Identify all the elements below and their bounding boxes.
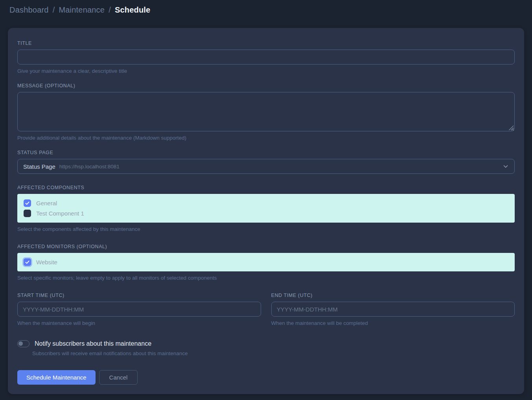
breadcrumb-separator: / (109, 6, 111, 15)
affected-components-panel: General Test Component 1 (17, 194, 515, 223)
end-time-helper: When the maintenance will be completed (271, 320, 515, 326)
schedule-maintenance-form-card: TITLE Give your maintenance a clear, des… (8, 28, 524, 394)
end-time-label: END TIME (UTC) (271, 293, 515, 298)
chevron-down-icon (503, 163, 509, 170)
notify-toggle-label: Notify subscribers about this maintenanc… (35, 340, 151, 347)
end-time-input[interactable] (271, 302, 515, 317)
message-textarea[interactable] (17, 92, 515, 131)
status-page-selected-url: https://hsp.localhost:8081 (59, 164, 120, 170)
status-page-selected-name: Status Page (23, 163, 55, 170)
title-field-group: TITLE Give your maintenance a clear, des… (17, 41, 515, 74)
breadcrumb-maintenance[interactable]: Maintenance (59, 6, 105, 15)
checkbox-checked[interactable] (24, 258, 31, 266)
form-actions: Schedule Maintenance Cancel (17, 370, 515, 385)
status-page-select[interactable]: Status Page https://hsp.localhost:8081 (17, 159, 515, 174)
component-option-general[interactable]: General (24, 199, 508, 207)
breadcrumb-separator: / (53, 6, 55, 15)
checkmark-icon (25, 201, 30, 206)
breadcrumb-dashboard[interactable]: Dashboard (9, 6, 49, 15)
message-label: MESSAGE (OPTIONAL) (17, 83, 515, 88)
monitor-option-website[interactable]: Website (24, 258, 508, 266)
title-input[interactable] (17, 50, 515, 65)
time-fields-row: START TIME (UTC) When the maintenance wi… (17, 293, 515, 326)
component-option-test-component-1[interactable]: Test Component 1 (24, 210, 508, 217)
monitor-option-label: Website (36, 259, 57, 265)
checkbox-checked[interactable] (24, 199, 31, 207)
title-helper: Give your maintenance a clear, descripti… (17, 68, 515, 74)
cancel-button[interactable]: Cancel (99, 370, 138, 385)
start-time-label: START TIME (UTC) (17, 293, 261, 298)
toggle-knob (18, 341, 23, 346)
start-time-group: START TIME (UTC) When the maintenance wi… (17, 293, 261, 326)
message-field-group: MESSAGE (OPTIONAL) Provide additional de… (17, 83, 515, 141)
page-title: Schedule (115, 6, 151, 15)
notify-section: Notify subscribers about this maintenanc… (17, 340, 515, 356)
affected-components-helper: Select the components affected by this m… (17, 226, 515, 232)
notify-toggle-row: Notify subscribers about this maintenanc… (17, 340, 515, 347)
checkbox-unchecked[interactable] (24, 210, 31, 217)
top-bar: Dashboard / Maintenance / Schedule (0, 0, 532, 19)
status-page-field-group: STATUS PAGE Status Page https://hsp.loca… (17, 150, 515, 174)
affected-monitors-label: AFFECTED MONITORS (OPTIONAL) (17, 244, 515, 249)
status-page-label: STATUS PAGE (17, 150, 515, 155)
start-time-input[interactable] (17, 302, 261, 317)
checkmark-icon (25, 260, 30, 265)
affected-components-group: AFFECTED COMPONENTS General Test Compone… (17, 185, 515, 232)
component-option-label: Test Component 1 (36, 210, 84, 217)
notify-helper: Subscribers will receive email notificat… (32, 350, 515, 356)
start-time-helper: When the maintenance will begin (17, 320, 261, 326)
end-time-group: END TIME (UTC) When the maintenance will… (271, 293, 515, 326)
breadcrumb: Dashboard / Maintenance / Schedule (9, 6, 523, 15)
message-textarea-wrap (17, 92, 515, 131)
affected-monitors-helper: Select specific monitors; leave empty to… (17, 275, 515, 281)
title-label: TITLE (17, 41, 515, 46)
notify-toggle[interactable] (17, 340, 29, 347)
schedule-maintenance-button[interactable]: Schedule Maintenance (17, 370, 96, 385)
component-option-label: General (36, 200, 57, 206)
affected-monitors-panel: Website (17, 253, 515, 271)
message-helper: Provide additional details about the mai… (17, 135, 515, 141)
affected-components-label: AFFECTED COMPONENTS (17, 185, 515, 190)
affected-monitors-group: AFFECTED MONITORS (OPTIONAL) Website Sel… (17, 244, 515, 281)
